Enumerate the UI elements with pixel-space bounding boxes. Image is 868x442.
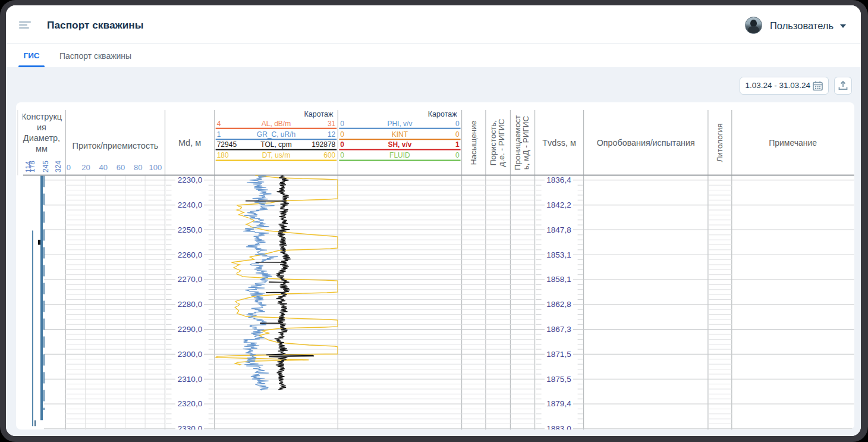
svg-text:1: 1 xyxy=(217,130,221,139)
svg-text:72945: 72945 xyxy=(217,140,237,149)
svg-text:178: 178 xyxy=(28,161,36,173)
svg-text:PHI, v/v: PHI, v/v xyxy=(387,120,412,128)
svg-text:AL, dB/m: AL, dB/m xyxy=(262,120,291,128)
svg-text:ь, мД - РИГИС: ь, мД - РИГИС xyxy=(521,116,530,170)
svg-text:1842,2: 1842,2 xyxy=(546,200,571,209)
svg-text:600: 600 xyxy=(323,151,335,159)
svg-text:TOL, cpm: TOL, cpm xyxy=(260,140,291,149)
svg-text:Пористость,: Пористость, xyxy=(489,120,498,165)
svg-text:ия: ия xyxy=(37,123,46,132)
svg-text:1858,1: 1858,1 xyxy=(546,275,571,284)
svg-text:31: 31 xyxy=(328,120,336,128)
svg-text:мм: мм xyxy=(36,144,48,153)
svg-text:2240,0: 2240,0 xyxy=(178,200,202,209)
svg-text:0: 0 xyxy=(455,151,460,159)
svg-text:2270,0: 2270,0 xyxy=(178,275,202,284)
svg-text:245: 245 xyxy=(42,161,50,173)
svg-text:60: 60 xyxy=(117,163,125,172)
svg-text:2320,0: 2320,0 xyxy=(178,399,202,408)
svg-text:0: 0 xyxy=(455,120,460,128)
svg-text:4: 4 xyxy=(217,120,221,128)
svg-text:2280,0: 2280,0 xyxy=(178,300,202,309)
svg-text:2330,0: 2330,0 xyxy=(178,424,202,430)
svg-text:0: 0 xyxy=(340,140,344,149)
svg-text:2260,0: 2260,0 xyxy=(178,250,202,259)
svg-text:40: 40 xyxy=(99,163,108,172)
svg-text:1875,5: 1875,5 xyxy=(546,375,571,384)
svg-text:1: 1 xyxy=(455,140,460,149)
svg-text:FLUID: FLUID xyxy=(389,151,410,159)
svg-text:0: 0 xyxy=(340,151,344,159)
svg-text:Насыщение: Насыщение xyxy=(469,121,478,165)
svg-text:DT, us/m: DT, us/m xyxy=(262,151,290,159)
svg-text:1836,4: 1836,4 xyxy=(546,175,571,184)
svg-text:2310,0: 2310,0 xyxy=(178,375,202,384)
svg-text:д.е. - РИГИС: д.е. - РИГИС xyxy=(497,119,506,167)
svg-text:Проницаемост: Проницаемост xyxy=(513,115,522,170)
svg-text:0: 0 xyxy=(67,163,71,172)
svg-text:100: 100 xyxy=(149,163,162,172)
svg-text:Приток/приемистость: Приток/приемистость xyxy=(72,141,158,151)
svg-text:Конструкц: Конструкц xyxy=(21,112,62,121)
svg-text:0: 0 xyxy=(455,130,460,139)
svg-text:GR_C, uR/h: GR_C, uR/h xyxy=(257,130,295,139)
svg-text:Примечание: Примечание xyxy=(769,138,817,148)
svg-text:0: 0 xyxy=(340,120,344,128)
svg-text:180: 180 xyxy=(217,151,229,159)
svg-text:2290,0: 2290,0 xyxy=(178,325,202,334)
svg-text:1879,4: 1879,4 xyxy=(546,399,571,408)
svg-text:1862,8: 1862,8 xyxy=(546,300,571,309)
svg-text:0: 0 xyxy=(340,130,344,139)
svg-text:2250,0: 2250,0 xyxy=(178,225,202,234)
svg-text:2230,0: 2230,0 xyxy=(178,175,202,184)
svg-text:1847,8: 1847,8 xyxy=(546,225,571,234)
svg-text:Литология: Литология xyxy=(715,124,724,162)
svg-text:1853,1: 1853,1 xyxy=(546,250,571,259)
svg-text:20: 20 xyxy=(81,163,90,172)
svg-text:Md, м: Md, м xyxy=(178,138,201,148)
svg-text:324: 324 xyxy=(54,161,62,173)
svg-text:12: 12 xyxy=(328,130,336,139)
svg-text:192878: 192878 xyxy=(312,140,335,149)
svg-text:1883,0: 1883,0 xyxy=(546,424,571,430)
svg-text:1871,5: 1871,5 xyxy=(546,350,571,359)
svg-text:KINT: KINT xyxy=(392,130,408,139)
svg-text:SH, v/v: SH, v/v xyxy=(388,140,411,149)
svg-text:1867,3: 1867,3 xyxy=(546,325,571,334)
svg-text:Каротаж: Каротаж xyxy=(304,110,334,118)
svg-text:Каротаж: Каротаж xyxy=(428,110,457,118)
svg-text:Диаметр,: Диаметр, xyxy=(23,133,60,143)
svg-text:Опробования/испытания: Опробования/испытания xyxy=(597,138,695,148)
svg-text:80: 80 xyxy=(134,163,142,172)
svg-text:Tvdss, м: Tvdss, м xyxy=(542,138,576,148)
svg-text:2300,0: 2300,0 xyxy=(178,350,202,359)
